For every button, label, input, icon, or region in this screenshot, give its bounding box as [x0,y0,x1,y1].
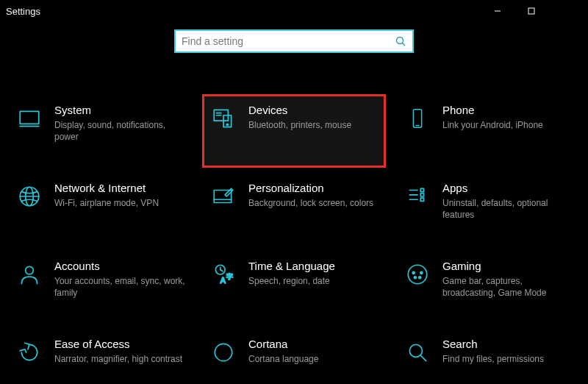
category-text: Gaming Game bar, captures, broadcasting,… [442,260,573,299]
svg-point-36 [419,277,421,279]
category-title: System [54,104,185,116]
devices-icon [209,104,238,133]
cortana-icon [209,338,238,367]
maximize-button[interactable] [514,0,548,22]
svg-rect-1 [528,8,534,14]
categories-grid: System Display, sound, notifications, po… [0,57,588,384]
category-subtitle: Find my files, permissions [442,353,544,365]
category-apps[interactable]: Apps Uninstall, defaults, optional featu… [396,172,580,246]
settings-window: Settings System Display, sound, notifica… [0,0,588,384]
category-subtitle: Bluetooth, printers, mouse [248,119,351,131]
time-icon: A字 [209,260,238,289]
apps-icon [403,182,432,211]
svg-point-4 [397,38,404,44]
category-title: Gaming [442,260,573,272]
window-controls [481,0,582,22]
svg-point-34 [420,271,423,274]
titlebar: Settings [0,0,588,22]
search-row [0,22,588,57]
svg-point-32 [408,265,427,284]
svg-line-39 [420,355,426,360]
category-system[interactable]: System Display, sound, notifications, po… [8,94,192,168]
category-accounts[interactable]: Accounts Your accounts, email, sync, wor… [8,250,192,324]
svg-point-10 [226,124,228,125]
category-subtitle: Speech, region, date [248,275,335,287]
category-subtitle: Game bar, captures, broadcasting, Game M… [442,275,573,299]
svg-rect-23 [420,188,423,191]
category-text: Time & Language Speech, region, date [248,260,335,287]
category-personalization[interactable]: Personalization Background, lock screen,… [202,172,386,246]
category-text: Personalization Background, lock screen,… [248,182,373,209]
category-text: Ease of Access Narrator, magnifier, high… [54,338,182,365]
category-text: Accounts Your accounts, email, sync, wor… [54,260,185,299]
svg-point-26 [26,266,34,274]
svg-rect-24 [420,193,423,196]
category-text: Devices Bluetooth, printers, mouse [248,104,351,131]
category-subtitle: Display, sound, notifications, power [54,119,185,143]
search-icon [395,35,406,47]
category-network-internet[interactable]: Network & Internet Wi-Fi, airplane mode,… [8,172,192,246]
svg-point-37 [215,344,232,360]
search-box[interactable] [174,29,414,53]
category-text: Phone Link your Android, iPhone [442,104,543,131]
svg-text:字: 字 [226,273,233,280]
category-search[interactable]: Search Find my files, permissions [396,328,580,384]
display-icon [15,104,44,133]
category-ease-of-access[interactable]: Ease of Access Narrator, magnifier, high… [8,328,192,384]
gaming-icon [403,260,432,289]
category-title: Apps [442,182,573,194]
category-text: Cortana Cortana language [248,338,318,365]
category-title: Ease of Access [54,338,182,350]
category-title: Network & Internet [54,182,159,194]
svg-text:A: A [220,276,226,285]
phone-icon [403,104,432,133]
personalize-icon [209,182,238,211]
category-subtitle: Cortana language [248,353,318,365]
category-devices[interactable]: Devices Bluetooth, printers, mouse [202,94,386,168]
category-title: Accounts [54,260,185,272]
svg-line-29 [220,270,223,271]
svg-point-35 [414,277,416,279]
category-subtitle: Uninstall, defaults, optional features [442,197,573,221]
category-subtitle: Narrator, magnifier, high contrast [54,353,182,365]
search-input[interactable] [182,35,395,47]
category-text: Apps Uninstall, defaults, optional featu… [442,182,573,221]
category-subtitle: Wi-Fi, airplane mode, VPN [54,197,159,209]
svg-rect-25 [420,198,423,201]
category-text: Network & Internet Wi-Fi, airplane mode,… [54,182,159,209]
category-text: Search Find my files, permissions [442,338,544,365]
category-time-language[interactable]: A字 Time & Language Speech, region, date [202,250,386,324]
category-gaming[interactable]: Gaming Game bar, captures, broadcasting,… [396,250,580,324]
category-subtitle: Link your Android, iPhone [442,119,543,131]
category-title: Time & Language [248,260,335,272]
globe-icon [15,182,44,211]
category-title: Devices [248,104,351,116]
svg-line-5 [403,43,406,46]
category-title: Search [442,338,544,350]
svg-point-33 [412,271,415,274]
svg-rect-6 [20,111,39,124]
category-subtitle: Your accounts, email, sync, work, family [54,275,185,299]
search-icon [403,338,432,367]
category-title: Personalization [248,182,373,194]
svg-rect-13 [413,110,421,127]
window-title: Settings [6,6,40,17]
category-subtitle: Background, lock screen, colors [248,197,373,209]
accounts-icon [15,260,44,289]
ease-icon [15,338,44,367]
category-cortana[interactable]: Cortana Cortana language [202,328,386,384]
category-title: Phone [442,104,543,116]
category-phone[interactable]: Phone Link your Android, iPhone [396,94,580,168]
category-text: System Display, sound, notifications, po… [54,104,185,143]
minimize-button[interactable] [481,0,514,22]
category-title: Cortana [248,338,318,350]
